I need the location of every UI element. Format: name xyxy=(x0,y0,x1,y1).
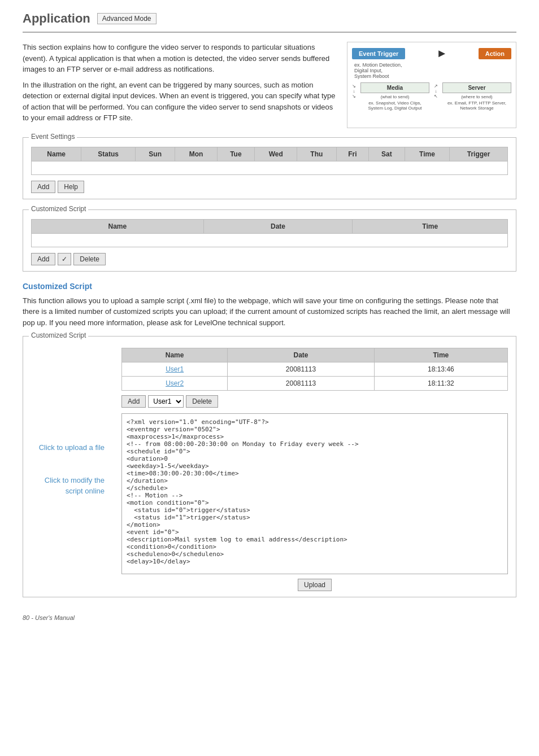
event-settings-header-row: Name Status Sun Mon Tue Wed Thu Fri Sat … xyxy=(32,147,508,161)
user2-date: 20081113 xyxy=(228,377,374,391)
script-detail-table: Name Date Time User1 20081113 18:13:46 U… xyxy=(121,348,508,391)
footer-text: 80 - User's Manual xyxy=(23,614,75,621)
cs-check-button[interactable]: ✓ xyxy=(58,253,71,265)
col-wed: Wed xyxy=(255,147,297,161)
diagram-down-arrows-left: ↘ ↓ ↘ xyxy=(352,82,356,99)
event-add-button[interactable]: Add xyxy=(31,181,55,193)
user2-time: 18:11:32 xyxy=(374,377,507,391)
diagram-event-trigger: Event Trigger xyxy=(352,48,405,59)
diagram-action: Action xyxy=(479,48,511,59)
sd-col-date: Date xyxy=(228,348,374,362)
event-empty-row xyxy=(32,161,508,174)
intro-text: This section explains how to configure t… xyxy=(23,42,338,128)
col-time: Time xyxy=(405,147,450,161)
intro-paragraph2: In the illustration on the right, an eve… xyxy=(23,80,338,124)
diagram-server-col: Server (where to send) ex. Email, FTP, H… xyxy=(442,82,511,111)
diagram-server-sublabel: (where to send) xyxy=(442,94,511,99)
col-tue: Tue xyxy=(217,147,255,161)
cs-empty-row xyxy=(32,233,508,247)
script-btn-row: Add User1 User2 Delete xyxy=(121,395,508,408)
xml-editor[interactable]: <?xml version="1.0" encoding="UTF-8"?> <… xyxy=(122,414,507,572)
diagram-media-col: Media (what to send) ex. Snapshot, Video… xyxy=(360,82,429,111)
diagram-sources: ex. Motion Detection,Digital Input,Syste… xyxy=(352,62,511,79)
sd-add-button[interactable]: Add xyxy=(121,395,146,408)
intro-section: This section explains how to configure t… xyxy=(23,42,516,128)
user1-time: 18:13:46 xyxy=(374,362,507,377)
col-sat: Sat xyxy=(369,147,405,161)
upload-row: Upload xyxy=(121,579,508,591)
event-settings-btn-row: Add Help xyxy=(31,181,508,193)
diagram-media-desc: ex. Snapshot, Video Clips,System Log, Di… xyxy=(360,100,429,111)
diagram-media-label: Media xyxy=(360,82,429,93)
diagram-down-arrows-right: ↗ ↓ ↖ xyxy=(434,82,438,99)
table-row: User2 20081113 18:11:32 xyxy=(122,377,508,391)
customized-script-table-top: Name Date Time xyxy=(31,219,508,247)
cs-col-time: Time xyxy=(353,219,508,233)
page-footer: 80 - User's Manual xyxy=(23,614,516,621)
sd-col-time: Time xyxy=(374,348,507,362)
customized-script-section-heading: Customized Script xyxy=(23,282,516,291)
cs-delete-button-top[interactable]: Delete xyxy=(73,253,106,265)
page-header: Application Advanced Mode xyxy=(23,11,516,33)
customized-script-header-row: Name Date Time xyxy=(32,219,508,233)
upload-label: Click to upload a file xyxy=(39,443,105,453)
script-detail-tbody: User1 20081113 18:13:46 User2 20081113 1… xyxy=(122,362,508,391)
arrow-right-icon: ► xyxy=(436,47,447,60)
col-trigger: Trigger xyxy=(450,147,508,161)
table-row: User1 20081113 18:13:46 xyxy=(122,362,508,377)
script-detail-title: Customized Script xyxy=(29,331,88,339)
diagram-media-sublabel: (what to send) xyxy=(360,94,429,99)
event-settings-tbody xyxy=(32,161,508,174)
upload-button[interactable]: Upload xyxy=(298,579,332,591)
sd-user-select[interactable]: User1 User2 xyxy=(148,395,184,408)
customized-script-section-body: This function allows you to upload a sam… xyxy=(23,295,516,329)
col-fri: Fri xyxy=(336,147,369,161)
script-detail-panel: Customized Script Click to upload a file… xyxy=(23,336,516,597)
sd-delete-button[interactable]: Delete xyxy=(186,395,218,408)
event-settings-panel: Event Settings Name Status Sun Mon Tue W… xyxy=(23,137,516,199)
advanced-mode-badge[interactable]: Advanced Mode xyxy=(97,13,157,24)
customized-script-panel-top: Customized Script Name Date Time Add ✓ D… xyxy=(23,209,516,272)
col-sun: Sun xyxy=(135,147,175,161)
diagram-server-desc: ex. Email, FTP, HTTP Server,Network Stor… xyxy=(442,100,511,111)
diagram-box: Event Trigger ► Action ex. Motion Detect… xyxy=(347,42,516,128)
script-labels: Click to upload a file Click to modify t… xyxy=(31,348,110,591)
event-settings-title: Event Settings xyxy=(29,133,77,141)
script-right: Name Date Time User1 20081113 18:13:46 U… xyxy=(121,348,508,591)
event-settings-table: Name Status Sun Mon Tue Wed Thu Fri Sat … xyxy=(31,147,508,175)
customized-script-btn-row-top: Add ✓ Delete xyxy=(31,253,508,265)
col-status: Status xyxy=(81,147,136,161)
modify-label: Click to modify thescript online xyxy=(45,475,105,496)
user1-date: 20081113 xyxy=(228,362,374,377)
page-title: Application xyxy=(23,11,90,26)
col-mon: Mon xyxy=(175,147,217,161)
intro-paragraph1: This section explains how to configure t… xyxy=(23,42,338,75)
user2-name[interactable]: User2 xyxy=(122,377,228,391)
cs-col-name: Name xyxy=(32,219,204,233)
xml-editor-wrapper: <?xml version="1.0" encoding="UTF-8"?> <… xyxy=(121,413,508,574)
diagram-media-row: ↘ ↓ ↘ Media (what to send) ex. Snapshot,… xyxy=(352,82,511,111)
cs-col-date: Date xyxy=(203,219,353,233)
col-thu: Thu xyxy=(297,147,336,161)
diagram-server-label: Server xyxy=(442,82,511,93)
user1-name[interactable]: User1 xyxy=(122,362,228,377)
sd-col-name: Name xyxy=(122,348,228,362)
cs-add-button-top[interactable]: Add xyxy=(31,253,55,265)
customized-script-tbody-top xyxy=(32,233,508,247)
customized-script-title-top: Customized Script xyxy=(29,205,88,213)
script-area: Click to upload a file Click to modify t… xyxy=(31,348,508,591)
script-detail-header: Name Date Time xyxy=(122,348,508,362)
col-name: Name xyxy=(32,147,81,161)
event-help-button[interactable]: Help xyxy=(58,181,84,193)
